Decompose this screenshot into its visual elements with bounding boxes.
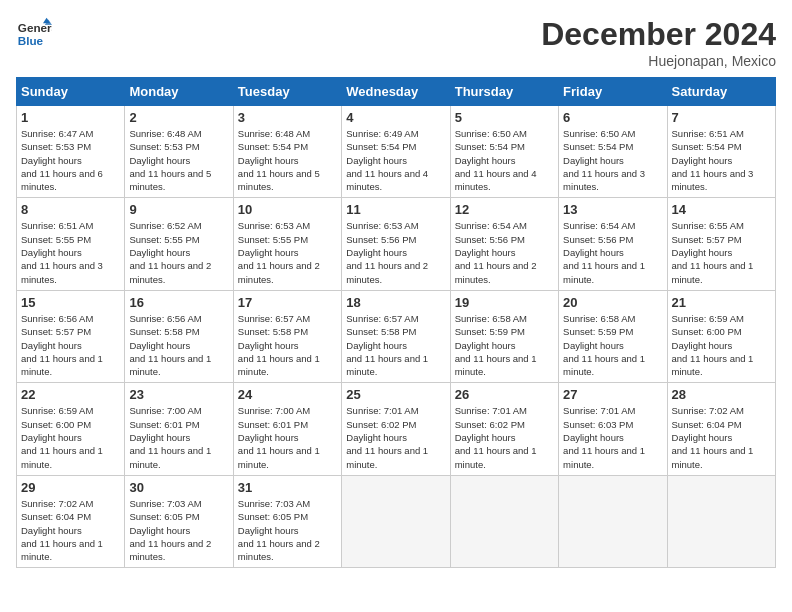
calendar-cell: 18 Sunrise: 6:57 AMSunset: 5:58 PMDaylig… — [342, 290, 450, 382]
calendar-cell: 16 Sunrise: 6:56 AMSunset: 5:58 PMDaylig… — [125, 290, 233, 382]
calendar-cell: 19 Sunrise: 6:58 AMSunset: 5:59 PMDaylig… — [450, 290, 558, 382]
cell-info: Sunrise: 6:56 AMSunset: 5:57 PMDaylight … — [21, 312, 120, 378]
logo-icon: General Blue — [16, 16, 52, 52]
calendar-cell: 4 Sunrise: 6:49 AMSunset: 5:54 PMDayligh… — [342, 106, 450, 198]
calendar-cell: 5 Sunrise: 6:50 AMSunset: 5:54 PMDayligh… — [450, 106, 558, 198]
day-number: 5 — [455, 110, 554, 125]
day-number: 21 — [672, 295, 771, 310]
cell-info: Sunrise: 7:02 AMSunset: 6:04 PMDaylight … — [21, 497, 120, 563]
cell-info: Sunrise: 7:03 AMSunset: 6:05 PMDaylight … — [238, 497, 337, 563]
day-number: 1 — [21, 110, 120, 125]
calendar-cell: 21 Sunrise: 6:59 AMSunset: 6:00 PMDaylig… — [667, 290, 775, 382]
day-number: 7 — [672, 110, 771, 125]
cell-info: Sunrise: 7:02 AMSunset: 6:04 PMDaylight … — [672, 404, 771, 470]
day-number: 14 — [672, 202, 771, 217]
calendar-cell: 10 Sunrise: 6:53 AMSunset: 5:55 PMDaylig… — [233, 198, 341, 290]
calendar-body: 1 Sunrise: 6:47 AMSunset: 5:53 PMDayligh… — [17, 106, 776, 568]
calendar-cell: 27 Sunrise: 7:01 AMSunset: 6:03 PMDaylig… — [559, 383, 667, 475]
weekday-header-monday: Monday — [125, 78, 233, 106]
calendar-cell: 8 Sunrise: 6:51 AMSunset: 5:55 PMDayligh… — [17, 198, 125, 290]
weekday-header-row: SundayMondayTuesdayWednesdayThursdayFrid… — [17, 78, 776, 106]
day-number: 24 — [238, 387, 337, 402]
calendar-cell: 7 Sunrise: 6:51 AMSunset: 5:54 PMDayligh… — [667, 106, 775, 198]
cell-info: Sunrise: 6:59 AMSunset: 6:00 PMDaylight … — [21, 404, 120, 470]
calendar-cell: 23 Sunrise: 7:00 AMSunset: 6:01 PMDaylig… — [125, 383, 233, 475]
weekday-header-saturday: Saturday — [667, 78, 775, 106]
cell-info: Sunrise: 6:54 AMSunset: 5:56 PMDaylight … — [563, 219, 662, 285]
calendar-cell: 14 Sunrise: 6:55 AMSunset: 5:57 PMDaylig… — [667, 198, 775, 290]
cell-info: Sunrise: 7:01 AMSunset: 6:03 PMDaylight … — [563, 404, 662, 470]
calendar-cell: 17 Sunrise: 6:57 AMSunset: 5:58 PMDaylig… — [233, 290, 341, 382]
calendar-cell: 9 Sunrise: 6:52 AMSunset: 5:55 PMDayligh… — [125, 198, 233, 290]
title-area: December 2024 Huejonapan, Mexico — [541, 16, 776, 69]
cell-info: Sunrise: 6:55 AMSunset: 5:57 PMDaylight … — [672, 219, 771, 285]
cell-info: Sunrise: 6:58 AMSunset: 5:59 PMDaylight … — [563, 312, 662, 378]
logo: General Blue — [16, 16, 52, 52]
calendar-week-2: 8 Sunrise: 6:51 AMSunset: 5:55 PMDayligh… — [17, 198, 776, 290]
cell-info: Sunrise: 6:57 AMSunset: 5:58 PMDaylight … — [238, 312, 337, 378]
day-number: 17 — [238, 295, 337, 310]
cell-info: Sunrise: 6:49 AMSunset: 5:54 PMDaylight … — [346, 127, 445, 193]
svg-text:Blue: Blue — [18, 34, 44, 47]
calendar-cell: 24 Sunrise: 7:00 AMSunset: 6:01 PMDaylig… — [233, 383, 341, 475]
day-number: 31 — [238, 480, 337, 495]
cell-info: Sunrise: 6:52 AMSunset: 5:55 PMDaylight … — [129, 219, 228, 285]
location-title: Huejonapan, Mexico — [541, 53, 776, 69]
cell-info: Sunrise: 6:53 AMSunset: 5:56 PMDaylight … — [346, 219, 445, 285]
calendar-cell: 31 Sunrise: 7:03 AMSunset: 6:05 PMDaylig… — [233, 475, 341, 567]
day-number: 29 — [21, 480, 120, 495]
calendar-cell: 25 Sunrise: 7:01 AMSunset: 6:02 PMDaylig… — [342, 383, 450, 475]
calendar-cell: 3 Sunrise: 6:48 AMSunset: 5:54 PMDayligh… — [233, 106, 341, 198]
calendar-cell: 15 Sunrise: 6:56 AMSunset: 5:57 PMDaylig… — [17, 290, 125, 382]
cell-info: Sunrise: 6:59 AMSunset: 6:00 PMDaylight … — [672, 312, 771, 378]
day-number: 13 — [563, 202, 662, 217]
day-number: 27 — [563, 387, 662, 402]
calendar-cell — [342, 475, 450, 567]
calendar-cell: 28 Sunrise: 7:02 AMSunset: 6:04 PMDaylig… — [667, 383, 775, 475]
cell-info: Sunrise: 7:00 AMSunset: 6:01 PMDaylight … — [129, 404, 228, 470]
weekday-header-sunday: Sunday — [17, 78, 125, 106]
cell-info: Sunrise: 6:51 AMSunset: 5:54 PMDaylight … — [672, 127, 771, 193]
calendar-cell — [450, 475, 558, 567]
cell-info: Sunrise: 6:57 AMSunset: 5:58 PMDaylight … — [346, 312, 445, 378]
day-number: 19 — [455, 295, 554, 310]
calendar-week-4: 22 Sunrise: 6:59 AMSunset: 6:00 PMDaylig… — [17, 383, 776, 475]
day-number: 23 — [129, 387, 228, 402]
calendar-table: SundayMondayTuesdayWednesdayThursdayFrid… — [16, 77, 776, 568]
calendar-cell: 2 Sunrise: 6:48 AMSunset: 5:53 PMDayligh… — [125, 106, 233, 198]
day-number: 4 — [346, 110, 445, 125]
cell-info: Sunrise: 6:53 AMSunset: 5:55 PMDaylight … — [238, 219, 337, 285]
calendar-cell: 13 Sunrise: 6:54 AMSunset: 5:56 PMDaylig… — [559, 198, 667, 290]
header: General Blue December 2024 Huejonapan, M… — [16, 16, 776, 69]
calendar-cell: 1 Sunrise: 6:47 AMSunset: 5:53 PMDayligh… — [17, 106, 125, 198]
month-title: December 2024 — [541, 16, 776, 53]
day-number: 9 — [129, 202, 228, 217]
calendar-cell: 11 Sunrise: 6:53 AMSunset: 5:56 PMDaylig… — [342, 198, 450, 290]
day-number: 3 — [238, 110, 337, 125]
day-number: 28 — [672, 387, 771, 402]
day-number: 11 — [346, 202, 445, 217]
day-number: 20 — [563, 295, 662, 310]
day-number: 2 — [129, 110, 228, 125]
cell-info: Sunrise: 6:51 AMSunset: 5:55 PMDaylight … — [21, 219, 120, 285]
calendar-cell — [559, 475, 667, 567]
cell-info: Sunrise: 6:50 AMSunset: 5:54 PMDaylight … — [563, 127, 662, 193]
day-number: 6 — [563, 110, 662, 125]
day-number: 25 — [346, 387, 445, 402]
cell-info: Sunrise: 6:48 AMSunset: 5:54 PMDaylight … — [238, 127, 337, 193]
day-number: 18 — [346, 295, 445, 310]
cell-info: Sunrise: 6:56 AMSunset: 5:58 PMDaylight … — [129, 312, 228, 378]
cell-info: Sunrise: 7:03 AMSunset: 6:05 PMDaylight … — [129, 497, 228, 563]
day-number: 10 — [238, 202, 337, 217]
cell-info: Sunrise: 7:00 AMSunset: 6:01 PMDaylight … — [238, 404, 337, 470]
calendar-cell: 6 Sunrise: 6:50 AMSunset: 5:54 PMDayligh… — [559, 106, 667, 198]
calendar-week-5: 29 Sunrise: 7:02 AMSunset: 6:04 PMDaylig… — [17, 475, 776, 567]
day-number: 8 — [21, 202, 120, 217]
calendar-cell: 12 Sunrise: 6:54 AMSunset: 5:56 PMDaylig… — [450, 198, 558, 290]
day-number: 22 — [21, 387, 120, 402]
calendar-cell: 30 Sunrise: 7:03 AMSunset: 6:05 PMDaylig… — [125, 475, 233, 567]
calendar-week-3: 15 Sunrise: 6:56 AMSunset: 5:57 PMDaylig… — [17, 290, 776, 382]
calendar-cell: 26 Sunrise: 7:01 AMSunset: 6:02 PMDaylig… — [450, 383, 558, 475]
day-number: 26 — [455, 387, 554, 402]
cell-info: Sunrise: 6:54 AMSunset: 5:56 PMDaylight … — [455, 219, 554, 285]
